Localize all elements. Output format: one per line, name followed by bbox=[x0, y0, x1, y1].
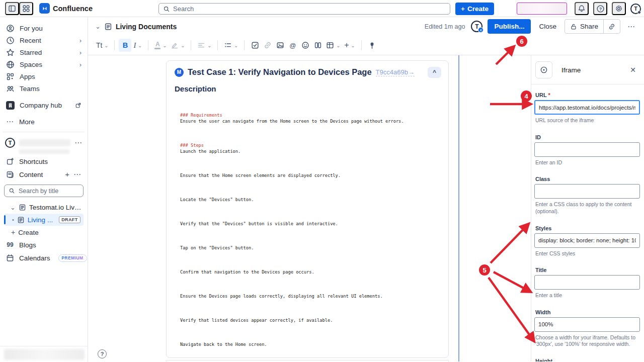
sidebar-item-teams[interactable]: Teams bbox=[4, 82, 84, 95]
description-heading: Description bbox=[175, 84, 445, 93]
publish-button[interactable]: Publish... bbox=[488, 19, 531, 34]
sidebar-item-starred[interactable]: Starred › bbox=[4, 46, 84, 58]
sidebar-item-company-hub[interactable]: Company hub bbox=[4, 99, 84, 111]
text-color-icon: A bbox=[154, 41, 160, 49]
collapse-sidebar-icon bbox=[8, 5, 16, 13]
sidebar-item-content[interactable]: Content + ⋯ bbox=[4, 168, 84, 181]
pin-toolbar-button[interactable] bbox=[366, 39, 378, 52]
emoji-button[interactable] bbox=[299, 39, 311, 52]
collapse-card-button[interactable]: ^ bbox=[428, 67, 441, 78]
collaborator-avatar[interactable]: T c bbox=[471, 21, 482, 32]
chevron-right-icon: › bbox=[79, 37, 82, 44]
mention-button[interactable]: @ bbox=[286, 39, 299, 52]
insert-more-button[interactable]: +⌄ bbox=[342, 39, 357, 52]
title-input[interactable] bbox=[534, 275, 640, 290]
class-input[interactable] bbox=[534, 184, 640, 199]
italic-button[interactable]: I⌄ bbox=[131, 39, 144, 52]
image-icon bbox=[276, 41, 284, 49]
field-url: URL * URL source of the iframe bbox=[534, 92, 640, 124]
notifications-button[interactable] bbox=[575, 2, 589, 15]
blogs-quote-icon: 99 bbox=[6, 241, 14, 248]
space-header[interactable]: T ⋯ bbox=[4, 136, 84, 149]
width-input[interactable] bbox=[534, 317, 640, 332]
list-button[interactable]: ⌄ bbox=[222, 39, 240, 52]
sidebar-item-apps[interactable]: Apps bbox=[4, 70, 84, 82]
collapse-sidebar-button[interactable] bbox=[5, 2, 19, 15]
more-actions-button[interactable]: ⋯ bbox=[625, 22, 637, 31]
divider bbox=[0, 346, 88, 346]
more-icon[interactable]: ⋯ bbox=[73, 170, 82, 179]
tree-item-parent[interactable]: ⌄ Testomat.io Livin... bbox=[4, 201, 84, 213]
layout-columns-button[interactable] bbox=[311, 39, 324, 52]
styles-input[interactable] bbox=[534, 233, 640, 248]
sidebar-item-blogs[interactable]: 99 Blogs bbox=[4, 238, 84, 251]
insert-image-button[interactable] bbox=[274, 39, 286, 52]
sidebar-item-calendars[interactable]: Calendars PREMIUM bbox=[4, 251, 84, 264]
field-helper: URL source of the iframe bbox=[534, 117, 640, 124]
user-avatar[interactable]: T bbox=[630, 4, 641, 14]
share-button[interactable]: Share bbox=[565, 20, 603, 33]
global-search-input[interactable]: Search bbox=[158, 3, 450, 15]
external-link-icon bbox=[75, 102, 82, 109]
app-name: Confluence bbox=[53, 5, 93, 13]
divider bbox=[3, 132, 85, 132]
insert-link-button[interactable] bbox=[261, 39, 274, 52]
svg-text:?: ? bbox=[599, 6, 601, 11]
divider bbox=[148, 40, 148, 50]
apps-grid-icon bbox=[6, 72, 15, 81]
bold-button[interactable]: B bbox=[119, 39, 131, 52]
add-content-icon[interactable]: + bbox=[65, 170, 69, 179]
table-button[interactable]: ⌄ bbox=[324, 39, 342, 52]
sidebar-item-spaces[interactable]: Spaces › bbox=[4, 58, 84, 70]
align-button[interactable]: ⌄ bbox=[195, 39, 213, 52]
sidebar-item-shortcuts[interactable]: Shortcuts bbox=[4, 155, 84, 168]
content-pages-icon bbox=[6, 170, 14, 178]
create-button[interactable]: + Create bbox=[455, 3, 494, 15]
macro-icon-button[interactable] bbox=[535, 61, 552, 78]
test-case-card: M Test Case 1: Verify Navigation to Devi… bbox=[166, 60, 449, 358]
text-style-button[interactable]: Tt⌄ bbox=[94, 39, 110, 52]
more-icon[interactable]: ⋯ bbox=[74, 138, 83, 147]
teams-icon bbox=[6, 84, 15, 93]
tree-item-living-doc-selected[interactable]: • Living ... DRAFT bbox=[4, 214, 84, 226]
divider bbox=[244, 40, 245, 50]
chevron-down-icon[interactable]: ⌄ bbox=[10, 204, 16, 211]
editor-canvas[interactable]: M Test Case 1: Verify Navigation to Devi… bbox=[88, 55, 531, 361]
close-editor-button[interactable]: Close bbox=[536, 23, 559, 30]
app-switcher-button[interactable] bbox=[19, 2, 33, 15]
search-by-title-input[interactable]: Search by title bbox=[4, 185, 84, 197]
close-panel-button[interactable]: ✕ bbox=[627, 65, 639, 75]
text-color-button[interactable]: A ⌄ bbox=[152, 39, 169, 52]
sidebar-item-more[interactable]: ⋯ More bbox=[4, 116, 84, 128]
task-button[interactable] bbox=[249, 39, 261, 52]
copy-link-button[interactable] bbox=[604, 20, 620, 33]
help-floating-button[interactable]: ? bbox=[98, 349, 107, 358]
sidebar-item-recent[interactable]: Recent › bbox=[4, 34, 84, 46]
globe-icon bbox=[6, 60, 15, 69]
divider bbox=[191, 40, 191, 50]
align-icon bbox=[197, 41, 205, 49]
field-helper: Enter a title bbox=[534, 292, 640, 299]
test-case-code-block[interactable]: ### Requirements Ensure the user can nav… bbox=[175, 100, 445, 358]
next-block-edge bbox=[166, 360, 449, 362]
chevron-right-icon: › bbox=[79, 61, 82, 68]
field-width: Width Choose a width for your iframe. De… bbox=[534, 309, 640, 348]
tree-create-button[interactable]: + Create bbox=[4, 226, 84, 238]
target-icon bbox=[540, 66, 548, 74]
id-input[interactable] bbox=[534, 142, 640, 157]
url-input[interactable] bbox=[534, 100, 640, 115]
help-button[interactable]: ? bbox=[593, 2, 607, 15]
confluence-logo-icon[interactable] bbox=[39, 3, 50, 14]
highlighter-icon bbox=[171, 41, 179, 49]
chevron-down-icon[interactable]: ⌄ bbox=[95, 23, 101, 30]
test-case-id-link[interactable]: T9cc4a69b→ bbox=[376, 68, 415, 76]
person-circle-icon bbox=[6, 24, 15, 33]
breadcrumb[interactable]: Living Documents bbox=[116, 23, 177, 31]
field-id: ID Enter an ID bbox=[534, 134, 640, 166]
lock-badge-icon: c bbox=[478, 27, 484, 33]
chevron-down-icon: ⌄ bbox=[138, 43, 142, 48]
sidebar-item-for-you[interactable]: For you bbox=[4, 22, 84, 34]
highlight-button[interactable]: ⌄ bbox=[169, 39, 187, 52]
field-helper: Choose a width for your iframe. Defaults… bbox=[534, 334, 640, 348]
settings-button[interactable] bbox=[612, 2, 626, 15]
